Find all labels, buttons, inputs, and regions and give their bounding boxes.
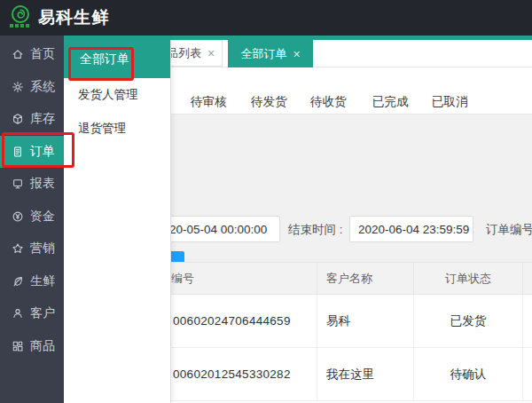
logo-subtext xyxy=(10,24,31,28)
sidebar-item-funds[interactable]: 资金 xyxy=(0,201,64,233)
report-icon xyxy=(12,178,24,190)
submenu-item-returns-management[interactable]: 退货管理 xyxy=(64,112,170,146)
sidebar-item-label: 报表 xyxy=(30,176,55,192)
cell-extra xyxy=(523,348,532,400)
home-icon xyxy=(12,48,24,60)
submenu-item-all-orders[interactable]: 全部订单 xyxy=(64,40,170,78)
tab-all-orders[interactable]: 全部订单 × xyxy=(228,40,313,67)
orders-submenu: 全部订单 发货人管理 退货管理 xyxy=(64,40,171,403)
sidebar-item-label: 订单 xyxy=(30,144,55,160)
cell-customer: 易科 xyxy=(317,295,414,347)
filter-tab-cancelled[interactable]: 已取消 xyxy=(432,94,468,110)
sidebar-item-customers[interactable]: 客户 xyxy=(0,297,64,330)
submenu-item-label: 发货人管理 xyxy=(78,87,138,103)
sidebar-item-label: 客户 xyxy=(30,305,55,321)
cell-extra xyxy=(523,295,532,347)
end-time-input[interactable] xyxy=(349,216,473,242)
sidebar-item-inventory[interactable]: 库存 xyxy=(0,103,64,136)
sidebar-item-reports[interactable]: 报表 xyxy=(0,168,64,201)
sidebar-item-system[interactable]: 系统 xyxy=(0,71,64,104)
sidebar-item-goods[interactable]: 商品 xyxy=(0,330,64,363)
sidebar: 首页 系统 库存 订单 报表 资金 营销 生鲜 xyxy=(0,36,64,403)
submenu-item-label: 退货管理 xyxy=(78,121,126,137)
sidebar-item-label: 首页 xyxy=(30,46,55,62)
filter-tab-to-ship[interactable]: 待发货 xyxy=(251,94,287,110)
cell-status: 待确认 xyxy=(414,348,523,400)
goods-icon xyxy=(12,340,24,352)
sidebar-item-label: 资金 xyxy=(30,209,55,225)
sidebar-item-orders[interactable]: 订单 xyxy=(0,136,64,169)
cell-customer: 我在这里 xyxy=(317,348,414,400)
sidebar-item-label: 库存 xyxy=(30,111,55,127)
submenu-item-label: 全部订单 xyxy=(80,51,129,67)
app-frame: 易科生鲜 首页 系统 库存 订单 报表 资金 营销 xyxy=(0,0,532,403)
sidebar-item-fresh[interactable]: 生鲜 xyxy=(0,265,64,298)
sidebar-item-home[interactable]: 首页 xyxy=(0,38,64,71)
cell-status: 已发货 xyxy=(414,295,523,347)
end-time-label: 结束时间 : xyxy=(288,222,343,238)
fresh-icon xyxy=(12,275,24,288)
tab-label: 全部订单 xyxy=(240,46,286,62)
logo-swirl-icon xyxy=(11,4,30,24)
marketing-icon xyxy=(12,242,24,255)
sidebar-item-label: 系统 xyxy=(30,79,55,95)
app-logo xyxy=(11,4,30,31)
order-no-label: 订单编号 : xyxy=(486,222,532,238)
close-icon[interactable]: × xyxy=(207,47,215,59)
money-icon xyxy=(12,210,24,223)
filter-tab-completed[interactable]: 已完成 xyxy=(372,94,409,110)
sidebar-item-marketing[interactable]: 营销 xyxy=(0,233,64,265)
header-status: 订单状态 xyxy=(414,263,523,294)
inventory-icon xyxy=(12,113,24,125)
customer-icon xyxy=(12,307,24,320)
filter-tab-pending-review[interactable]: 待审核 xyxy=(191,94,227,110)
app-header: 易科生鲜 xyxy=(0,0,532,36)
order-icon xyxy=(12,146,24,158)
sidebar-item-label: 商品 xyxy=(30,338,55,354)
app-title: 易科生鲜 xyxy=(38,6,109,29)
sidebar-item-label: 营销 xyxy=(30,241,55,257)
header-extra xyxy=(523,263,532,294)
gear-icon xyxy=(12,81,24,93)
close-icon[interactable]: × xyxy=(293,48,300,60)
sidebar-item-label: 生鲜 xyxy=(30,273,55,289)
filter-tab-to-receive[interactable]: 待收货 xyxy=(310,94,347,110)
header-customer: 客户名称 xyxy=(317,263,414,294)
submenu-item-shipper-management[interactable]: 发货人管理 xyxy=(64,78,170,112)
